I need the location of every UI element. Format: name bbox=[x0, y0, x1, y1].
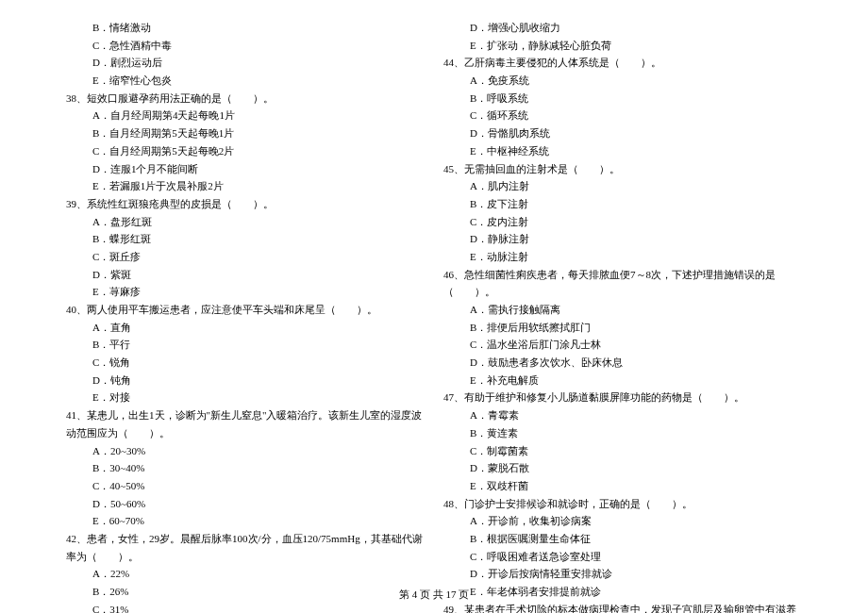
question-text: 46、急性细菌性痢疾患者，每天排脓血便7～8次，下述护理措施错误的是（ ）。 bbox=[443, 266, 802, 301]
option-text: B．平行 bbox=[92, 336, 425, 354]
option-text: D．剧烈运动后 bbox=[92, 54, 425, 72]
option-text: D．紫斑 bbox=[92, 266, 425, 284]
option-text: A．青霉素 bbox=[470, 406, 802, 424]
option-text: E．动脉注射 bbox=[470, 248, 802, 266]
question-text: 45、无需抽回血的注射术是（ ）。 bbox=[443, 160, 802, 178]
option-text: A．免疫系统 bbox=[470, 72, 802, 90]
option-text: D．开诊后按病情轻重安排就诊 bbox=[470, 565, 802, 583]
option-text: C．自月经周期第5天起每晚2片 bbox=[92, 142, 425, 160]
option-text: C．40~50% bbox=[92, 477, 425, 495]
option-text: C．斑丘疹 bbox=[92, 248, 425, 266]
option-text: B．蝶形红斑 bbox=[92, 230, 425, 248]
question-text: 48、门诊护士安排候诊和就诊时，正确的是（ ）。 bbox=[443, 495, 802, 513]
page-footer: 第 4 页 共 17 页 bbox=[0, 586, 868, 604]
option-text: C．制霉菌素 bbox=[470, 442, 802, 460]
option-text: B．黄连素 bbox=[470, 424, 802, 442]
option-text: D．骨骼肌肉系统 bbox=[470, 124, 802, 142]
option-text: E．补充电解质 bbox=[470, 372, 802, 389]
question-text: 39、系统性红斑狼疮典型的皮损是（ ）。 bbox=[66, 195, 425, 213]
option-text: A．20~30% bbox=[92, 442, 425, 460]
option-text: B．30~40% bbox=[92, 459, 425, 477]
option-text: E．中枢神经系统 bbox=[470, 142, 802, 160]
question-text: 41、某患儿，出生1天，诊断为"新生儿窒息"入暖箱治疗。该新生儿室的湿度波动范围… bbox=[66, 406, 425, 441]
option-text: A．需执行接触隔离 bbox=[470, 301, 802, 319]
option-text: A．肌内注射 bbox=[470, 177, 802, 195]
right-column: D．增强心肌收缩力 E．扩张动，静脉减轻心脏负荷 44、乙肝病毒主要侵犯的人体系… bbox=[434, 19, 811, 613]
option-text: A．自月经周期第4天起每晚1片 bbox=[92, 107, 425, 124]
option-text: E．双歧杆菌 bbox=[470, 477, 802, 495]
option-text: B．情绪激动 bbox=[92, 19, 425, 37]
option-text: B．自月经周期第5天起每晚1片 bbox=[92, 124, 425, 142]
question-text: 47、有助于维护和修复小儿肠道黏膜屏障功能的药物是（ ）。 bbox=[443, 389, 802, 406]
option-text: C．急性酒精中毒 bbox=[92, 37, 425, 55]
option-text: E．荨麻疹 bbox=[92, 283, 425, 301]
option-text: C．循环系统 bbox=[470, 107, 802, 124]
option-text: D．静脉注射 bbox=[470, 230, 802, 248]
option-text: D．钝角 bbox=[92, 372, 425, 389]
option-text: A．开诊前，收集初诊病案 bbox=[470, 512, 802, 530]
question-text: 42、患者，女性，29岁。晨醒后脉率100次/分，血压120/75mmHg，其基… bbox=[66, 530, 425, 565]
option-text: B．呼吸系统 bbox=[470, 90, 802, 108]
option-text: A．直角 bbox=[92, 319, 425, 337]
option-text: B．排便后用软纸擦拭肛门 bbox=[470, 319, 802, 337]
option-text: E．扩张动，静脉减轻心脏负荷 bbox=[470, 37, 802, 55]
option-text: A．22% bbox=[92, 565, 425, 583]
option-text: C．呼吸困难者送急诊室处理 bbox=[470, 548, 802, 566]
left-column: B．情绪激动 C．急性酒精中毒 D．剧烈运动后 E．缩窄性心包炎 38、短效口服… bbox=[57, 19, 434, 613]
option-text: E．若漏服1片于次晨补服2片 bbox=[92, 177, 425, 195]
option-text: D．增强心肌收缩力 bbox=[470, 19, 802, 37]
option-text: E．缩窄性心包炎 bbox=[92, 72, 425, 90]
option-text: E．对接 bbox=[92, 389, 425, 406]
question-text: 38、短效口服避孕药用法正确的是（ ）。 bbox=[66, 90, 425, 108]
option-text: D．蒙脱石散 bbox=[470, 459, 802, 477]
question-text: 40、两人使用平车搬运患者，应注意使平车头端和床尾呈（ ）。 bbox=[66, 301, 425, 319]
option-text: B．皮下注射 bbox=[470, 195, 802, 213]
option-text: C．温水坐浴后肛门涂凡士林 bbox=[470, 336, 802, 354]
page-content: B．情绪激动 C．急性酒精中毒 D．剧烈运动后 E．缩窄性心包炎 38、短效口服… bbox=[0, 0, 868, 613]
option-text: C．皮内注射 bbox=[470, 213, 802, 231]
option-text: C．锐角 bbox=[92, 354, 425, 372]
option-text: A．盘形红斑 bbox=[92, 213, 425, 231]
option-text: D．50~60% bbox=[92, 495, 425, 513]
question-text: 44、乙肝病毒主要侵犯的人体系统是（ ）。 bbox=[443, 54, 802, 72]
option-text: D．鼓励患者多次饮水、卧床休息 bbox=[470, 354, 802, 372]
option-text: E．60~70% bbox=[92, 512, 425, 530]
option-text: D．连服1个月不能间断 bbox=[92, 160, 425, 178]
option-text: B．根据医嘱测量生命体征 bbox=[470, 530, 802, 548]
